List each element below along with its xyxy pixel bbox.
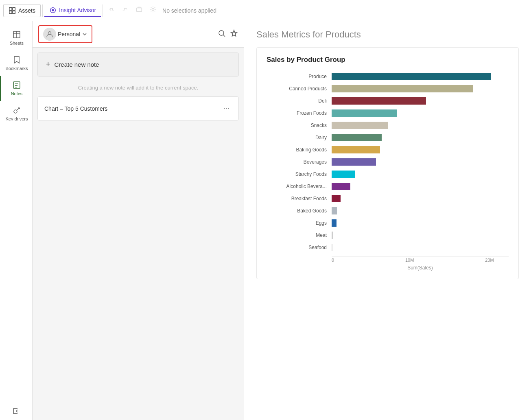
- bar-row-5: Dairy: [267, 131, 509, 144]
- toolbar-divider2: [103, 4, 103, 17]
- assets-icon: [9, 7, 16, 14]
- bar-row-4: Snacks: [267, 119, 509, 131]
- bar-label-6: Baking Goods: [267, 147, 332, 153]
- avatar: [43, 28, 56, 41]
- selection-back-btn[interactable]: [105, 3, 118, 18]
- notes-panel: Personal: [33, 21, 244, 420]
- insight-icon: [49, 7, 57, 14]
- assets-button[interactable]: Assets: [3, 4, 41, 17]
- collapse-icon: [12, 407, 20, 415]
- sidebar-item-bookmarks[interactable]: Bookmarks: [0, 50, 32, 76]
- bar-label-5: Dairy: [267, 135, 332, 140]
- bar-track-10: [332, 194, 509, 203]
- ellipsis-icon: ···: [223, 104, 229, 112]
- bar-label-2: Deli: [267, 98, 332, 104]
- bar-row-9: Alcoholic Bevera...: [267, 180, 509, 192]
- bar-label-3: Frozen Foods: [267, 110, 332, 116]
- bar-label-4: Snacks: [267, 122, 332, 128]
- bar-fill-0: [332, 73, 491, 80]
- bar-label-10: Breakfast Foods: [267, 196, 332, 201]
- notes-label: Notes: [11, 91, 23, 96]
- svg-rect-1: [13, 7, 15, 10]
- chart-subtitle: Sales by Product Group: [267, 56, 509, 64]
- toolbar: Assets Insight Advisor No selections app…: [0, 0, 531, 21]
- bookmark-icon: [12, 55, 21, 64]
- bar-label-9: Alcoholic Bevera...: [267, 184, 332, 189]
- search-icon: [218, 29, 226, 37]
- bar-row-10: Breakfast Foods: [267, 192, 509, 205]
- bar-row-8: Starchy Foods: [267, 168, 509, 180]
- bar-label-7: Beverages: [267, 159, 332, 165]
- bar-fill-2: [332, 97, 426, 105]
- bar-label-11: Baked Goods: [267, 208, 332, 214]
- selection-settings-btn[interactable]: [146, 3, 160, 18]
- note-title-0: Chart – Top 5 Customers: [44, 105, 107, 112]
- create-note-card[interactable]: + Create new note: [37, 52, 239, 77]
- bar-fill-6: [332, 146, 380, 153]
- sidebar-item-sheets[interactable]: Sheets: [0, 25, 32, 50]
- sheets-label: Sheets: [10, 41, 24, 46]
- bar-row-6: Baking Goods: [267, 144, 509, 156]
- bar-row-11: Baked Goods: [267, 205, 509, 217]
- bar-track-8: [332, 170, 509, 179]
- sidebar: Sheets Bookmarks Notes Key dr: [0, 21, 33, 420]
- bar-track-2: [332, 96, 509, 105]
- chart-area: Sales Metrics for Products Sales by Prod…: [244, 21, 531, 420]
- create-note-helper: Creating a new note will add it to the c…: [37, 81, 239, 92]
- x-tick-0: 0: [332, 258, 334, 262]
- bar-label-13: Meat: [267, 232, 332, 238]
- chart-container: Sales by Product Group ProduceCanned Pro…: [256, 47, 519, 279]
- bar-fill-14: [332, 244, 332, 251]
- bar-row-12: Eggs: [267, 217, 509, 229]
- svg-line-16: [17, 108, 20, 110]
- bar-fill-3: [332, 109, 397, 117]
- chevron-down-icon: [82, 31, 87, 37]
- sheets-icon: [12, 30, 21, 39]
- svg-rect-6: [137, 8, 142, 11]
- collapse-sidebar-button[interactable]: [0, 402, 32, 420]
- bar-label-0: Produce: [267, 74, 332, 79]
- note-menu-button-0[interactable]: ···: [221, 103, 232, 114]
- x-tick-10M: 10M: [405, 258, 414, 262]
- bar-label-12: Eggs: [267, 220, 332, 226]
- bar-fill-11: [332, 207, 337, 214]
- create-note-label: Create new note: [55, 61, 99, 68]
- bar-row-14: Seafood: [267, 241, 509, 254]
- selection-forward-btn[interactable]: [118, 3, 132, 18]
- personal-label: Personal: [58, 31, 80, 37]
- chart-main-title: Sales Metrics for Products: [256, 29, 519, 40]
- bar-chart: ProduceCanned ProductsDeliFrozen FoodsSn…: [267, 70, 509, 254]
- svg-line-21: [223, 35, 225, 37]
- bar-row-3: Frozen Foods: [267, 107, 509, 119]
- bar-track-4: [332, 121, 509, 130]
- bar-row-2: Deli: [267, 95, 509, 107]
- bar-track-6: [332, 145, 509, 154]
- sidebar-item-notes[interactable]: Notes: [0, 76, 32, 101]
- search-button[interactable]: [218, 29, 226, 39]
- insight-advisor-label: Insight Advisor: [59, 7, 96, 13]
- sidebar-item-key-drivers[interactable]: Key drivers: [0, 101, 32, 126]
- insight-advisor-tab[interactable]: Insight Advisor: [44, 4, 101, 17]
- panel-body: + Create new note Creating a new note wi…: [33, 48, 244, 420]
- pin-icon: [230, 29, 238, 37]
- bar-fill-1: [332, 85, 473, 92]
- bar-track-12: [332, 219, 509, 228]
- personal-dropdown-button[interactable]: Personal: [38, 25, 92, 43]
- bar-row-0: Produce: [267, 70, 509, 83]
- bar-fill-9: [332, 183, 350, 190]
- toolbar-divider: [42, 4, 43, 17]
- selection-clear-btn[interactable]: [132, 3, 146, 18]
- x-axis-line: [332, 256, 509, 256]
- plus-icon: +: [46, 60, 50, 69]
- note-card-0[interactable]: Chart – Top 5 Customers ···: [37, 96, 239, 120]
- panel-header: Personal: [33, 21, 244, 48]
- bar-fill-12: [332, 219, 337, 227]
- panel-header-left: Personal: [38, 25, 92, 43]
- bar-track-14: [332, 243, 509, 252]
- svg-rect-2: [9, 11, 12, 13]
- svg-point-20: [219, 31, 224, 35]
- bar-row-13: Meat: [267, 229, 509, 241]
- pin-button[interactable]: [230, 29, 238, 39]
- bookmarks-label: Bookmarks: [5, 66, 28, 71]
- bar-fill-10: [332, 195, 341, 202]
